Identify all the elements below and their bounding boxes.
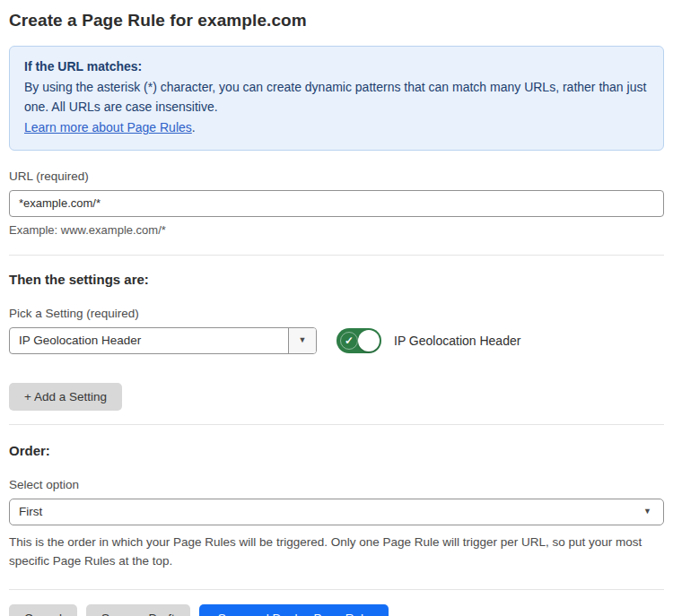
url-example-hint: Example: www.example.com/*	[9, 223, 664, 237]
setting-row: IP Geolocation Header ▼ ✓ IP Geolocation…	[9, 327, 664, 354]
setting-select-button[interactable]: ▼	[288, 328, 316, 353]
order-heading: Order:	[9, 443, 664, 458]
order-select-value: First	[19, 499, 643, 525]
learn-more-link[interactable]: Learn more about Page Rules	[24, 120, 192, 134]
order-help-text: This is the order in which your Page Rul…	[9, 533, 664, 571]
order-select-label: Select option	[9, 478, 664, 491]
toggle-label: IP Geolocation Header	[394, 334, 520, 348]
toggle-knob	[358, 330, 380, 351]
divider	[9, 589, 664, 590]
chevron-down-icon: ▼	[643, 508, 651, 516]
ip-geolocation-toggle[interactable]: ✓	[336, 328, 381, 353]
divider	[9, 255, 664, 256]
footer-actions: Cancel Save as Draft Save and Deploy Pag…	[9, 604, 664, 616]
info-box-body: By using the asterisk (*) character, you…	[24, 77, 649, 117]
order-select[interactable]: First ▼	[9, 499, 664, 525]
setting-select[interactable]: IP Geolocation Header ▼	[9, 327, 317, 354]
check-icon: ✓	[340, 332, 358, 350]
link-suffix: .	[192, 120, 196, 134]
add-setting-button[interactable]: + Add a Setting	[9, 383, 122, 411]
save-draft-button[interactable]: Save as Draft	[86, 604, 190, 616]
save-deploy-button[interactable]: Save and Deploy Page Rule	[199, 604, 389, 616]
info-box-link-line: Learn more about Page Rules.	[24, 117, 649, 138]
cancel-button[interactable]: Cancel	[9, 604, 77, 616]
pick-setting-label: Pick a Setting (required)	[9, 307, 664, 320]
url-match-info-box: If the URL matches: By using the asteris…	[9, 46, 664, 151]
chevron-down-icon: ▼	[299, 336, 307, 344]
settings-heading: Then the settings are:	[9, 272, 664, 287]
url-input[interactable]	[9, 190, 664, 217]
setting-select-value: IP Geolocation Header	[10, 328, 288, 353]
info-box-heading: If the URL matches:	[24, 56, 649, 77]
divider	[9, 424, 664, 425]
url-label: URL (required)	[9, 169, 664, 183]
page-title: Create a Page Rule for example.com	[9, 11, 664, 30]
